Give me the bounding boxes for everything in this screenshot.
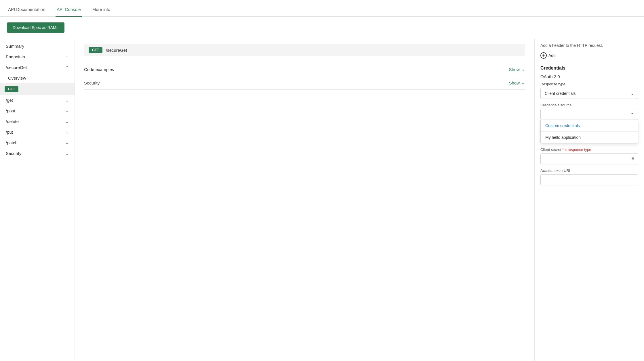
sidebar-item-endpoints[interactable]: Endpoints ⌄ <box>0 51 75 62</box>
right-panel: Add a header to the HTTP request. + Add … <box>535 39 644 361</box>
client-secret-label: Client secret * s response type <box>540 147 638 152</box>
sidebar-item-get-method[interactable]: GET <box>0 83 75 95</box>
secureget-chevron-icon: ⌄ <box>65 65 69 70</box>
tab-api-console[interactable]: API Console <box>56 4 82 17</box>
dropdown-item-hello-application[interactable]: My hello application <box>541 131 638 143</box>
sidebar-item-security[interactable]: Security ⌄ <box>0 148 75 159</box>
code-examples-section: Code examples Show ⌄ <box>84 63 525 76</box>
put-chevron-icon: ⌄ <box>65 130 69 135</box>
client-secret-input-wrapper: 👁 <box>540 153 638 164</box>
header-note: Add a header to the HTTP request. <box>540 43 638 48</box>
add-circle-icon: + <box>540 52 547 59</box>
sidebar: Summary Endpoints ⌄ /secureGet ⌄ Overvie… <box>0 39 75 361</box>
credentials-title: Credentials <box>540 66 638 71</box>
endpoint-bar: GET /secureGet <box>84 44 525 56</box>
oauth-title: OAuth 2.0 <box>540 74 638 79</box>
response-type-note: s response type <box>565 147 591 152</box>
delete-chevron-icon: ⌄ <box>65 119 69 124</box>
response-type-value: Client credentials <box>545 91 576 96</box>
response-type-chevron-icon: ⌄ <box>630 91 634 96</box>
add-header-button[interactable]: + Add <box>540 52 638 59</box>
chevron-down-icon: ⌄ <box>521 67 525 72</box>
get-chevron-icon: ⌄ <box>65 98 69 103</box>
get-badge: GET <box>5 86 18 92</box>
sidebar-item-delete[interactable]: /delete ⌄ <box>0 116 75 127</box>
security-label: Security <box>84 80 100 85</box>
response-type-select[interactable]: Client credentials ⌄ <box>540 88 638 99</box>
endpoint-get-badge: GET <box>89 47 102 53</box>
code-examples-label: Code examples <box>84 67 114 72</box>
show-security-button[interactable]: Show ⌄ <box>509 80 525 85</box>
response-type-label: Response type <box>540 82 638 86</box>
download-raml-button[interactable]: Download Spec as RAML <box>7 22 64 33</box>
post-chevron-icon: ⌄ <box>65 109 69 113</box>
client-secret-field: Client secret * s response type 👁 <box>540 147 638 164</box>
access-token-uri-label: Access token URI <box>540 168 638 173</box>
tab-api-documentation[interactable]: API Documentation <box>7 4 46 17</box>
content-area: GET /secureGet Code examples Show ⌄ Secu… <box>75 39 535 361</box>
show-code-examples-button[interactable]: Show ⌄ <box>509 67 525 72</box>
tab-more-info[interactable]: More info <box>91 4 112 17</box>
sidebar-item-patch[interactable]: /patch ⌄ <box>0 137 75 148</box>
sidebar-item-overview[interactable]: Overview <box>0 73 75 83</box>
credentials-source-select[interactable]: ⌄ <box>540 109 638 120</box>
response-type-field: Response type Client credentials ⌄ <box>540 82 638 99</box>
sidebar-item-put[interactable]: /put ⌄ <box>0 127 75 137</box>
sidebar-item-secureget[interactable]: /secureGet ⌄ <box>0 62 75 73</box>
required-indicator: * <box>562 147 564 152</box>
toolbar: Download Spec as RAML <box>0 17 644 39</box>
security-chevron-icon: ⌄ <box>65 151 69 156</box>
patch-chevron-icon: ⌄ <box>65 141 69 145</box>
access-token-uri-input[interactable] <box>540 174 638 185</box>
endpoint-path: /secureGet <box>106 48 127 53</box>
security-section: Security Show ⌄ <box>84 76 525 90</box>
client-secret-input[interactable] <box>540 153 638 164</box>
endpoints-chevron-icon: ⌄ <box>65 55 69 59</box>
sidebar-item-get[interactable]: /get ⌄ <box>0 95 75 105</box>
sidebar-item-post[interactable]: /post ⌄ <box>0 105 75 116</box>
credentials-source-label: Credentials source <box>540 103 638 107</box>
eye-icon-client-secret[interactable]: 👁 <box>631 156 635 162</box>
access-token-uri-field: Access token URI <box>540 168 638 189</box>
credentials-dropdown: Custom credentials My hello application <box>540 120 638 143</box>
chevron-down-icon-security: ⌄ <box>521 80 525 85</box>
main-layout: Summary Endpoints ⌄ /secureGet ⌄ Overvie… <box>0 39 644 361</box>
credentials-source-field: Credentials source ⌄ Custom credentials … <box>540 103 638 143</box>
top-nav: API Documentation API Console More info <box>0 0 644 17</box>
dropdown-item-custom-credentials[interactable]: Custom credentials <box>541 120 638 131</box>
credentials-source-chevron-up-icon: ⌄ <box>630 112 634 117</box>
sidebar-item-summary[interactable]: Summary <box>0 41 75 51</box>
